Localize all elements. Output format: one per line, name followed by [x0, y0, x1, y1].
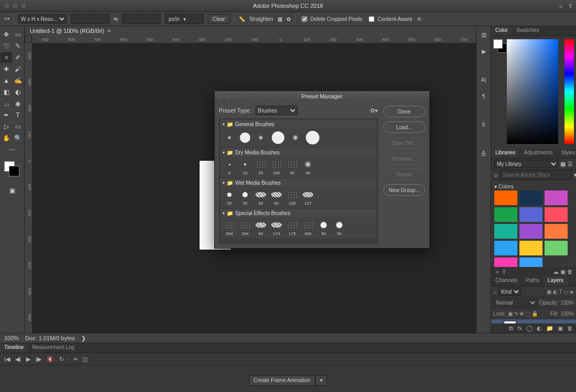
ratio-select[interactable]: W x H x Reso... [18, 14, 67, 24]
loop-icon[interactable]: ↻ [59, 356, 64, 363]
add-stock-icon[interactable]: ＋ [494, 268, 500, 275]
swatch[interactable] [519, 207, 542, 222]
next-frame-icon[interactable]: |▶ [36, 356, 41, 363]
brush-preset[interactable]: 127 [302, 189, 314, 206]
more-tools[interactable]: ⋯ [6, 144, 18, 155]
swatch[interactable] [494, 257, 517, 267]
prev-frame-icon[interactable]: ◀| [15, 356, 21, 363]
history-brush-tool[interactable]: ✍ [12, 75, 24, 86]
stamp-tool[interactable]: ▲ [1, 75, 12, 86]
color-field[interactable] [507, 39, 558, 144]
brush-preset[interactable]: 100 [271, 159, 282, 175]
chevron-down-icon[interactable]: ▾ [574, 172, 576, 178]
tab-swatches[interactable]: Swatches [512, 26, 543, 36]
plus-icon[interactable]: ▣ [560, 268, 566, 275]
brush-preset[interactable]: 175 [286, 219, 298, 236]
brush-preset[interactable]: 284 [224, 219, 235, 236]
actions-icon[interactable]: ▶ [479, 46, 489, 57]
link-icon[interactable]: ⧉ [509, 325, 513, 332]
tab-adjustments[interactable]: Adjustments [519, 149, 557, 158]
dodge-tool[interactable]: ◉ [12, 98, 24, 109]
preset-type-select[interactable]: Brushes [256, 106, 297, 115]
swatch[interactable] [519, 257, 542, 267]
brush-preset[interactable]: 8 [224, 159, 235, 175]
clear-button[interactable]: Clear [208, 14, 230, 24]
brush-group-header[interactable]: ▾📁 Wet Media Brushes [220, 178, 376, 187]
patch-tool[interactable]: ✚ [1, 64, 12, 74]
brush-preset[interactable]: 60 [271, 189, 282, 206]
mute-icon[interactable]: 🔇 [47, 356, 54, 363]
swatch[interactable] [494, 191, 517, 205]
overlay-icon[interactable]: ▦ [278, 16, 282, 22]
brush-preset[interactable] [305, 130, 320, 145]
first-frame-icon[interactable]: |◀ [4, 356, 10, 363]
brush-preset[interactable]: 306 [302, 219, 314, 236]
swatch[interactable] [494, 224, 517, 239]
swatch[interactable] [545, 191, 568, 205]
tab-measurement[interactable]: Measurement Log [28, 343, 79, 353]
character-icon[interactable]: A| [479, 74, 489, 85]
eyedropper-tool[interactable]: ✐ [12, 52, 24, 63]
create-frame-animation-menu[interactable]: ▾ [315, 375, 327, 386]
brush-tool[interactable]: 🖌 [12, 64, 24, 74]
opacity-value[interactable]: 100% [560, 300, 574, 306]
brush-preset[interactable] [271, 130, 285, 145]
grid-view-icon[interactable]: ▦ [560, 161, 566, 167]
zoom-level[interactable]: 100% [4, 335, 19, 341]
brush-preset[interactable]: 50 [318, 219, 329, 236]
width-field[interactable] [71, 14, 109, 24]
content-aware-checkbox[interactable]: Content-Aware [367, 15, 413, 24]
tab-styles[interactable]: Styles [557, 149, 576, 158]
brush-preset[interactable]: 35 [224, 189, 235, 206]
search-icon[interactable]: ⌕ [559, 3, 563, 9]
brush-preset[interactable]: 35 [239, 189, 251, 206]
unit-field[interactable]: px/in ▾ [165, 14, 204, 24]
swap-icon[interactable]: ⇋ [114, 16, 118, 22]
swatch[interactable] [494, 207, 517, 222]
new-layer-icon[interactable]: ▣ [558, 325, 563, 332]
brush-group-header[interactable]: ▾📁 General Brushes [220, 120, 376, 128]
brush-preset[interactable] [224, 132, 235, 143]
trash-icon[interactable]: 🗑 [567, 268, 573, 275]
swatch[interactable] [519, 191, 542, 205]
blend-mode-select[interactable]: Normal [493, 298, 537, 307]
layer-item[interactable]: 👁 Background 🔒 [491, 319, 576, 323]
foreground-swatch[interactable] [493, 39, 503, 49]
brush-preset[interactable]: 174 [271, 219, 282, 236]
delete-cropped-checkbox[interactable]: Delete Cropped Pixels [300, 15, 363, 24]
blur-tool[interactable]: ⌓ [1, 98, 12, 109]
lasso-tool[interactable]: ➰ [1, 41, 12, 51]
done-button[interactable]: Done [383, 106, 425, 117]
folder-icon[interactable]: 📁 [546, 325, 553, 332]
brush-preset[interactable]: 25 [255, 159, 267, 175]
shape-tool[interactable]: ▭ [12, 121, 24, 132]
transition-icon[interactable]: ◫ [82, 356, 87, 363]
tab-channels[interactable]: Channels [491, 276, 522, 286]
share-icon[interactable]: ⇪ [568, 3, 573, 9]
save-set-button[interactable]: Save Set... [383, 137, 425, 149]
swatch[interactable] [545, 241, 568, 255]
move-tool[interactable]: ✥ [1, 29, 12, 40]
list-view-icon[interactable]: ☰ [568, 161, 573, 167]
upload-icon[interactable]: ⇪ [502, 268, 506, 275]
fx-icon[interactable]: fx [517, 325, 522, 331]
brush-group-header[interactable]: ▾📁 Special Effects Brushes [220, 209, 376, 217]
reset-icon[interactable]: ⟲ [417, 16, 421, 22]
delete-button[interactable]: Delete [383, 169, 425, 180]
preset-groups[interactable]: ▾📁 General Brushes▾📁 Dry Media Brushes81… [219, 118, 378, 244]
tab-timeline[interactable]: Timeline [0, 343, 28, 353]
tab-layers[interactable]: Layers [544, 276, 568, 286]
paragraph-icon[interactable]: ¶ [479, 91, 489, 102]
pen-tool[interactable]: ✒ [1, 110, 12, 120]
tab-libraries[interactable]: Libraries [491, 149, 519, 158]
brush-group-header[interactable]: ▾📁 Dry Media Brushes [220, 148, 376, 156]
sync-icon[interactable]: ☁ [553, 268, 559, 275]
gear-icon[interactable]: ✿ [286, 16, 291, 22]
tab-paths[interactable]: Paths [522, 276, 544, 286]
dialog-gear-icon[interactable]: ✿▾ [370, 107, 378, 114]
brush-preset[interactable]: 50 [255, 189, 267, 206]
crop-tool[interactable]: ⌗ [1, 52, 12, 63]
swatch[interactable] [545, 224, 568, 239]
brush-preset[interactable]: 80 [255, 219, 267, 236]
quickselect-tool[interactable]: ✎ [12, 41, 24, 51]
